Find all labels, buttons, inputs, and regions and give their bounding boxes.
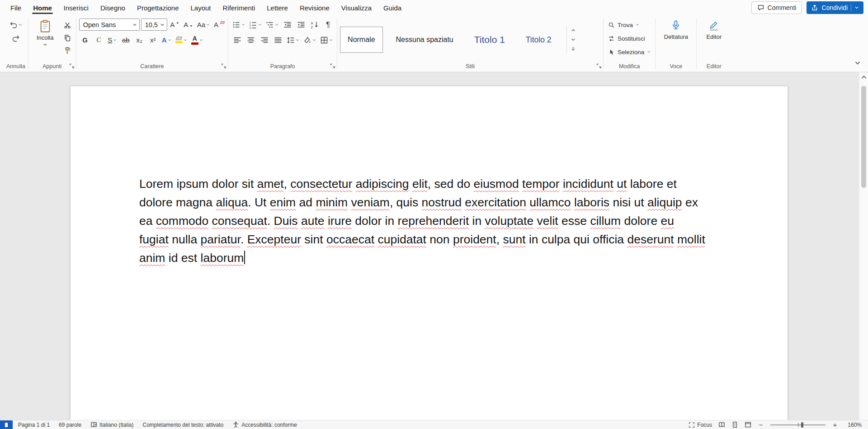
scrollbar-thumb[interactable]	[861, 86, 866, 188]
line-spacing-button[interactable]	[285, 34, 301, 46]
menu-tab-progettazione[interactable]: Progettazione	[131, 0, 185, 15]
shrink-font-button[interactable]: A▼	[182, 19, 194, 31]
scroll-up-icon[interactable]	[861, 74, 867, 80]
share-button[interactable]: Condividi	[807, 1, 863, 14]
decrease-indent-icon	[283, 21, 292, 29]
style-titolo-1[interactable]: Titolo 1	[467, 27, 513, 53]
dictate-button[interactable]: Dettatura	[662, 19, 690, 40]
align-center-button[interactable]	[245, 34, 257, 46]
style-nessuna-spaziatu[interactable]: Nessuna spaziatu	[388, 27, 461, 53]
italic-button[interactable]: C	[93, 34, 105, 46]
undo-button[interactable]	[8, 19, 24, 31]
multilevel-list-button[interactable]	[264, 19, 280, 31]
font-size-combo[interactable]: 10,5	[141, 19, 167, 31]
word-count[interactable]: 69 parole	[59, 422, 81, 428]
sort-button[interactable]: AZ	[308, 19, 321, 31]
numbered-list-button[interactable]: 123	[248, 19, 263, 31]
replace-button[interactable]: Sostituisci	[606, 33, 652, 44]
highlight-button[interactable]	[174, 34, 189, 46]
style-gallery-up-button[interactable]	[569, 26, 578, 34]
proofing-status[interactable]: Italiano (Italia)	[90, 421, 133, 428]
text-run	[298, 214, 301, 228]
misspelled-word: exercitation	[465, 196, 526, 209]
language-label: Italiano (Italia)	[99, 422, 133, 428]
scissors-icon	[64, 22, 71, 29]
menu-tab-file[interactable]: File	[5, 0, 27, 15]
superscript-button[interactable]: x²	[147, 34, 159, 46]
chevron-down-icon[interactable]	[854, 5, 859, 10]
misspelled-word: laborum	[201, 251, 244, 265]
font-name-combo[interactable]: Open Sans	[79, 19, 140, 31]
grow-font-button[interactable]: A▲	[169, 19, 181, 31]
menu-tab-riferimenti[interactable]: Riferimenti	[217, 0, 261, 15]
stili-dialog-launcher[interactable]	[596, 63, 602, 69]
format-painter-button[interactable]	[62, 45, 73, 56]
comments-button[interactable]: Commenti	[751, 1, 802, 14]
menu-tab-visualizza[interactable]: Visualizza	[335, 0, 377, 15]
menu-tab-layout[interactable]: Layout	[185, 0, 217, 15]
text-effects-button[interactable]: A	[160, 34, 173, 46]
show-paragraph-marks-button[interactable]: ¶	[322, 19, 334, 31]
misspelled-word: commodo	[156, 214, 208, 228]
carattere-dialog-launcher[interactable]	[221, 63, 227, 69]
shading-button[interactable]	[302, 34, 317, 46]
paste-button[interactable]: Incolla	[31, 19, 59, 47]
document-area: Lorem ipsum dolor sit amet, consectetur …	[0, 72, 868, 420]
read-mode-button[interactable]	[718, 421, 725, 428]
style-label: Normale	[348, 36, 375, 44]
decrease-indent-button[interactable]	[281, 19, 293, 31]
page-count[interactable]: Pagina 1 di 1	[18, 422, 50, 428]
print-layout-button[interactable]	[731, 421, 738, 428]
document-paragraph[interactable]: Lorem ipsum dolor sit amet, consectetur …	[139, 175, 705, 267]
zoom-slider-thumb[interactable]	[801, 422, 803, 428]
svg-text:3: 3	[250, 26, 251, 29]
borders-button[interactable]	[319, 34, 334, 46]
text-run: dolor in	[352, 214, 398, 228]
strikethrough-button[interactable]: ab	[120, 34, 132, 46]
bold-button[interactable]: G	[79, 34, 91, 46]
font-color-button[interactable]: A	[190, 34, 204, 46]
accessibility-status[interactable]: Accessibilità: conforme	[232, 421, 297, 428]
align-right-button[interactable]	[258, 34, 270, 46]
underline-button[interactable]: S	[106, 34, 118, 46]
misspelled-word: pariatur	[201, 233, 241, 246]
web-layout-button[interactable]	[745, 421, 751, 428]
select-button[interactable]: Seleziona	[606, 46, 652, 58]
focus-mode-button[interactable]: Focus	[689, 422, 712, 428]
redo-button[interactable]	[9, 32, 22, 44]
zoom-out-button[interactable]: −	[758, 421, 764, 429]
subscript-button[interactable]: x₂	[133, 34, 146, 46]
clear-formatting-button[interactable]: A	[212, 19, 225, 31]
zoom-slider[interactable]	[770, 422, 826, 428]
appunti-dialog-launcher[interactable]	[69, 63, 75, 69]
change-case-button[interactable]: Aa	[196, 19, 211, 31]
menu-tab-revisione[interactable]: Revisione	[294, 0, 335, 15]
menu-tab-guida[interactable]: Guida	[377, 0, 407, 15]
vertical-scrollbar[interactable]	[859, 72, 868, 420]
menu-tab-inserisci[interactable]: Inserisci	[58, 0, 94, 15]
zoom-in-button[interactable]: +	[832, 421, 838, 429]
menu-tab-lettere[interactable]: Lettere	[261, 0, 294, 15]
collapse-ribbon-button[interactable]	[854, 60, 862, 68]
document-page[interactable]: Lorem ipsum dolor sit amet, consectetur …	[70, 86, 788, 420]
editor-button[interactable]: Editor	[700, 19, 728, 40]
menu-tab-home[interactable]: Home	[27, 0, 58, 15]
align-left-button[interactable]	[231, 34, 243, 46]
style-titolo-2[interactable]: Titolo 2	[518, 27, 559, 53]
menu-tab-disegno[interactable]: Disegno	[94, 0, 131, 15]
style-normale[interactable]: Normale	[340, 27, 382, 53]
misspelled-word: aute	[301, 214, 325, 228]
style-gallery-more-button[interactable]	[569, 45, 578, 53]
find-button[interactable]: Trova	[606, 19, 652, 31]
cut-button[interactable]	[62, 19, 73, 31]
text-run: non	[426, 233, 453, 246]
zoom-percentage[interactable]: 160%	[844, 422, 862, 428]
text-completion-status[interactable]: Completamento del testo: attivato	[142, 422, 223, 428]
copy-button[interactable]	[62, 32, 73, 43]
style-gallery-down-button[interactable]	[569, 36, 578, 44]
justify-button[interactable]	[272, 34, 284, 46]
bullet-list-button[interactable]	[231, 19, 246, 31]
paragrafo-dialog-launcher[interactable]	[330, 63, 336, 69]
comment-icon	[757, 4, 764, 11]
increase-indent-button[interactable]	[295, 19, 307, 31]
